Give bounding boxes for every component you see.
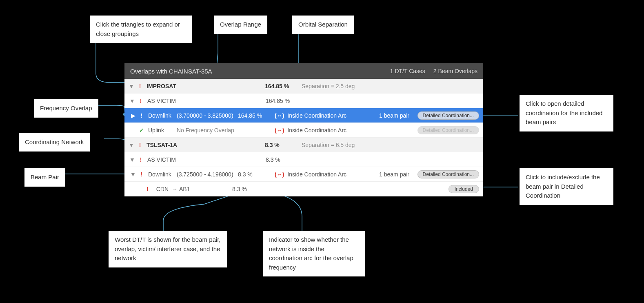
link-direction: Downlink	[148, 171, 177, 178]
included-toggle-button[interactable]: Included	[449, 185, 479, 193]
warning-icon: !	[138, 112, 145, 119]
beam-pair-count: 1 beam pair	[364, 171, 409, 178]
callout-beam-pair: Beam Pair	[24, 168, 65, 187]
network-pct: 8.3 %	[265, 142, 302, 148]
expand-triangle-icon[interactable]: ▼	[129, 142, 134, 148]
warning-icon: !	[144, 186, 151, 192]
network-row[interactable]: ▼ ! IMPROSAT 164.85 % Separation = 2.5 d…	[124, 79, 483, 94]
arc-icon: (↔)	[275, 112, 284, 119]
callout-text: Click to open detailed coordination for …	[526, 100, 602, 125]
arc-icon: (↔)	[275, 171, 284, 178]
network-name: TSLSAT-1A	[147, 142, 204, 148]
victim-row[interactable]: ▼ ! AS VICTIM 164.85 %	[124, 94, 483, 108]
warning-icon: !	[138, 98, 144, 104]
link-row-downlink[interactable]: ▼ ! Downlink (3.725000 - 4.198000) 8.3 %…	[124, 167, 483, 182]
network-separation: Separation = 2.5 deg	[302, 83, 391, 89]
panel-title: Overlaps with CHAINSAT-35A	[130, 68, 390, 75]
link-direction: Downlink	[148, 112, 177, 119]
detailed-coordination-button[interactable]: Detailed Coordination...	[417, 111, 479, 120]
victim-label: AS VICTIM	[147, 156, 204, 163]
arrow-icon: →	[172, 186, 178, 192]
link-range: No Frequency Overlap	[177, 127, 238, 134]
link-pct: 164.85 %	[238, 112, 275, 119]
callout-text: Click the triangles to expand or close g…	[96, 21, 180, 37]
link-row-downlink[interactable]: ▶ ! Downlink (3.700000 - 3.825000) 164.8…	[124, 108, 483, 123]
detailed-coordination-button[interactable]: Detailed Coordination...	[417, 170, 479, 178]
link-range: (3.725000 - 4.198000)	[177, 171, 238, 178]
arc-label: Inside Coordination Arc	[287, 171, 346, 178]
ok-icon: ✓	[138, 127, 145, 134]
warning-icon: !	[138, 171, 145, 178]
link-pct: 8.3 %	[238, 171, 275, 178]
arc-label: Inside Coordination Arc	[287, 112, 346, 119]
expand-triangle-icon[interactable]: ▶	[130, 112, 136, 119]
callout-open-detailed: Click to open detailed coordination for …	[520, 95, 613, 131]
expand-triangle-icon[interactable]: ▼	[129, 98, 135, 104]
callout-text: Indicator to show whether the network is…	[269, 236, 353, 271]
victim-pct: 164.85 %	[266, 98, 302, 104]
callout-text: Beam Pair	[31, 174, 59, 180]
beam-from: CDN	[154, 186, 170, 192]
callout-orbital-separation: Orbital Separation	[292, 16, 354, 34]
arc-icon: (↔)	[275, 127, 284, 134]
panel-header: Overlaps with CHAINSAT-35A 1 DT/T Cases …	[124, 63, 483, 79]
callout-text: Coordinating Network	[25, 138, 84, 145]
callout-overlap-range: Overlap Range	[214, 16, 267, 34]
link-row-uplink[interactable]: ▼ ✓ Uplink No Frequency Overlap (↔) Insi…	[124, 123, 483, 138]
network-separation: Separation = 6.5 deg	[302, 142, 391, 148]
beam-pair-row[interactable]: ! CDN → AB1 8.3 % Included	[124, 182, 483, 196]
overlaps-panel: Overlaps with CHAINSAT-35A 1 DT/T Cases …	[124, 63, 483, 196]
callout-text: Overlap Range	[220, 21, 261, 28]
expand-triangle-icon[interactable]: ▼	[129, 156, 135, 163]
beam-overlaps-count: 2 Beam Overlaps	[433, 68, 477, 74]
beam-to: AB1	[179, 186, 232, 192]
callout-frequency-overlap: Frequency Overlap	[34, 99, 98, 118]
detailed-coordination-button: Detailed Coordination...	[417, 126, 479, 134]
arc-label: Inside Coordination Arc	[287, 127, 346, 134]
beam-pct: 8.3 %	[232, 186, 269, 192]
callout-text: Frequency Overlap	[40, 105, 92, 111]
expand-triangle-icon[interactable]: ▼	[130, 171, 136, 178]
warning-icon: !	[137, 83, 143, 89]
link-range: (3.700000 - 3.825000)	[177, 112, 238, 119]
callout-text: Worst DT/T is shown for the beam pair, o…	[115, 236, 221, 261]
victim-pct: 8.3 %	[266, 156, 302, 163]
warning-icon: !	[137, 142, 143, 148]
link-direction: Uplink	[148, 127, 177, 134]
warning-icon: !	[138, 156, 144, 163]
network-pct: 164.85 %	[265, 83, 302, 89]
network-name: IMPROSAT	[147, 83, 204, 89]
callout-text: Click to include/exclude the beam pair i…	[526, 174, 600, 199]
victim-label: AS VICTIM	[147, 98, 204, 104]
callout-triangles: Click the triangles to expand or close g…	[90, 16, 192, 43]
expand-triangle-icon[interactable]: ▼	[129, 83, 134, 89]
network-row[interactable]: ▼ ! TSLSAT-1A 8.3 % Separation = 6.5 deg	[124, 138, 483, 152]
callout-include-exclude: Click to include/exclude the beam pair i…	[520, 168, 613, 205]
callout-text: Orbital Separation	[298, 21, 348, 28]
callout-coordinating-network: Coordinating Network	[19, 133, 90, 152]
victim-row[interactable]: ▼ ! AS VICTIM 8.3 %	[124, 152, 483, 167]
callout-worst-dtt: Worst DT/T is shown for the beam pair, o…	[109, 231, 227, 267]
callout-arc-indicator: Indicator to show whether the network is…	[263, 231, 365, 276]
dtt-cases-count: 1 DT/T Cases	[390, 68, 425, 74]
beam-pair-count: 1 beam pair	[364, 112, 409, 119]
